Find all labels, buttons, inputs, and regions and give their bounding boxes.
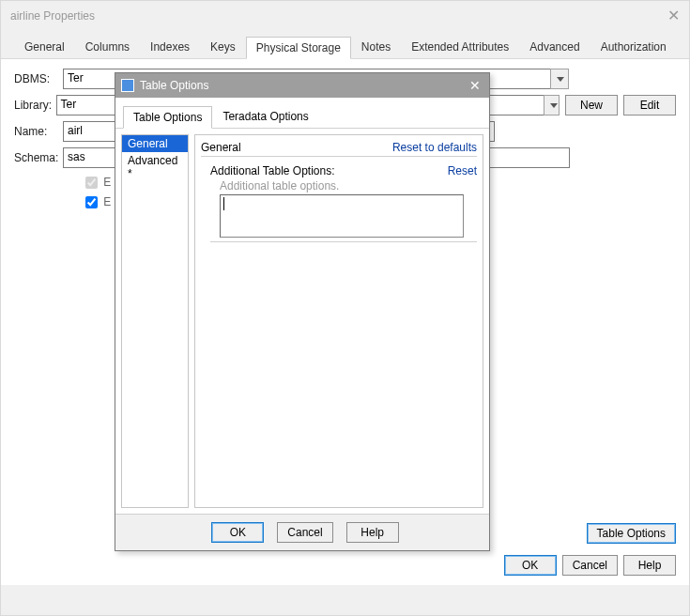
edit-button[interactable]: Edit (623, 95, 676, 116)
table-options-button[interactable]: Table Options (587, 523, 676, 544)
name-label: Name: (14, 125, 63, 138)
sidebar-item-advanced[interactable]: Advanced * (122, 152, 188, 182)
tab-keys[interactable]: Keys (200, 36, 246, 58)
library-label: Library: (14, 99, 56, 112)
tab-columns[interactable]: Columns (75, 36, 140, 58)
modal-tabstrip: Table Options Teradata Options (115, 98, 489, 129)
parent-titlebar: airline Properties ✕ (1, 1, 689, 30)
panel-heading: General (201, 141, 241, 154)
dbms-dropdown[interactable] (550, 69, 569, 89)
table-options-dialog: Table Options ✕ Table Options Teradata O… (115, 72, 490, 551)
schema-label: Schema: (14, 151, 63, 164)
options-sidebar: General Advanced * (121, 134, 189, 508)
additional-options-hint: Additional table options. (220, 179, 477, 192)
sidebar-item-general[interactable]: General (122, 135, 188, 152)
text-caret (223, 197, 224, 210)
tab-general[interactable]: General (14, 36, 75, 58)
additional-options-label: Additional Table Options: (210, 164, 335, 177)
additional-options-input[interactable] (220, 194, 464, 238)
close-icon[interactable]: ✕ (667, 7, 680, 24)
modal-title: Table Options (140, 79, 467, 92)
checkbox-1[interactable] (85, 177, 98, 189)
modal-body: General Advanced * General Reset to defa… (115, 129, 489, 514)
library-dropdown[interactable] (544, 95, 560, 116)
tab-indexes[interactable]: Indexes (140, 36, 200, 58)
checkbox-1-label: E (103, 176, 111, 189)
parent-help-button[interactable]: Help (623, 555, 676, 576)
divider (210, 241, 477, 242)
parent-ok-button[interactable]: OK (504, 555, 557, 576)
modal-titlebar: Table Options ✕ (115, 73, 489, 98)
checkbox-2[interactable] (85, 196, 98, 208)
modal-ok-button[interactable]: OK (211, 522, 264, 543)
tab-advanced[interactable]: Advanced (519, 36, 590, 58)
modal-close-icon[interactable]: ✕ (467, 78, 483, 93)
tab-table-options[interactable]: Table Options (123, 106, 212, 129)
parent-tabstrip: General Columns Indexes Keys Physical St… (1, 30, 689, 59)
dbms-label: DBMS: (14, 72, 63, 85)
parent-cancel-button[interactable]: Cancel (562, 555, 618, 576)
tab-notes[interactable]: Notes (351, 36, 401, 58)
checkbox-2-label: E (103, 195, 111, 208)
parent-title: airline Properties (10, 9, 95, 23)
tab-authorization[interactable]: Authorization (590, 36, 677, 58)
modal-cancel-button[interactable]: Cancel (277, 522, 332, 543)
tab-extended-attributes[interactable]: Extended Attributes (401, 36, 519, 58)
modal-help-button[interactable]: Help (346, 522, 399, 543)
reset-defaults-link[interactable]: Reset to defaults (392, 141, 477, 154)
new-button[interactable]: New (565, 95, 618, 116)
reset-link[interactable]: Reset (448, 164, 477, 177)
modal-footer: OK Cancel Help (115, 514, 489, 550)
options-panel: General Reset to defaults Additional Tab… (194, 134, 483, 508)
tab-physical-storage[interactable]: Physical Storage (246, 37, 351, 59)
tab-teradata-options[interactable]: Teradata Options (212, 105, 318, 128)
app-icon (121, 79, 134, 92)
